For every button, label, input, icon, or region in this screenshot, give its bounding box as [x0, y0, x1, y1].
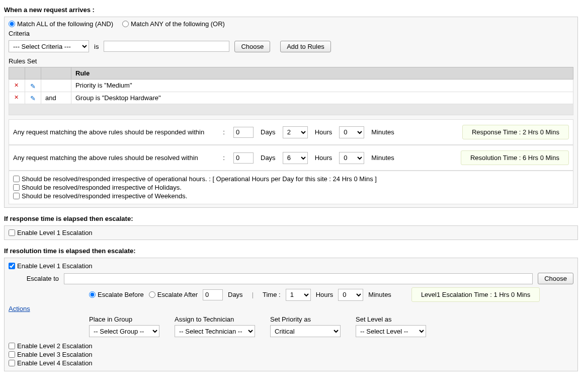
operational-hours-box: Should be resolved/responded irrespectiv…	[9, 171, 573, 204]
criteria-panel: Match ALL of the following (AND) Match A…	[4, 17, 578, 208]
escalate-to-input[interactable]	[64, 273, 533, 284]
add-to-rules-button[interactable]: Add to Rules	[280, 41, 330, 52]
resolution-level1-checkbox[interactable]	[9, 263, 15, 269]
resolution-minutes-select[interactable]: 0	[339, 152, 364, 164]
match-all-radio[interactable]	[9, 21, 15, 27]
minutes-label: Minutes	[368, 291, 391, 298]
edit-icon[interactable]	[30, 95, 37, 102]
resolution-time-row: Any request matching the above rules sho…	[9, 145, 573, 171]
escalate-after-radio[interactable]	[149, 291, 155, 298]
place-group-label: Place in Group	[89, 316, 159, 323]
resolution-label: Any request matching the above rules sho…	[13, 154, 214, 162]
resolution-time-badge: Resolution Time : 6 Hrs 0 Mins	[461, 150, 569, 165]
match-any-label[interactable]: Match ANY of the following (OR)	[122, 20, 225, 28]
actions-link[interactable]: Actions	[9, 305, 30, 312]
assign-tech-label: Assign to Technician	[175, 316, 255, 323]
resolution-level3-checkbox[interactable]	[9, 351, 15, 358]
section-title-new-request: When a new request arrives :	[4, 6, 578, 14]
resolution-level4-label[interactable]: Enable Level 4 Escalation	[9, 359, 573, 367]
resolution-level2-label[interactable]: Enable Level 2 Escalation	[9, 342, 573, 350]
rules-set-label: Rules Set	[9, 57, 573, 65]
match-any-text: Match ANY of the following (OR)	[131, 20, 225, 28]
resolution-level2-checkbox[interactable]	[9, 343, 15, 349]
ops-main-label[interactable]: Should be resolved/responded irrespectiv…	[13, 175, 569, 183]
resolution-days-input[interactable]	[233, 152, 254, 164]
criteria-label: Criteria	[9, 30, 573, 37]
criteria-select[interactable]: --- Select Criteria ---	[9, 40, 89, 52]
response-hours-select[interactable]: 2	[283, 126, 308, 138]
match-any-radio[interactable]	[122, 21, 129, 27]
table-row: Priority is "Medium"	[9, 80, 573, 92]
ops-weekends-label[interactable]: Should be resolved/responded irrespectiv…	[13, 192, 569, 200]
section-title-resolution-escalate: If resolution time is elapsed then escal…	[4, 247, 578, 255]
match-all-label[interactable]: Match ALL of the following (AND)	[9, 20, 113, 28]
response-time-row: Any request matching the above rules sho…	[9, 119, 573, 145]
match-all-text: Match ALL of the following (AND)	[17, 20, 113, 28]
response-level1-label[interactable]: Enable Level 1 Escalation	[9, 229, 573, 237]
table-row: and Group is "Desktop Hardware"	[9, 92, 573, 104]
ops-holidays-label[interactable]: Should be resolved/responded irrespectiv…	[13, 184, 569, 191]
set-priority-label: Set Priority as	[270, 316, 341, 323]
set-level-label: Set Level as	[356, 316, 426, 323]
hours-label: Hours	[316, 291, 334, 298]
hours-label: Hours	[315, 154, 332, 162]
time-label: Time :	[263, 291, 281, 298]
rules-col-rule: Rule	[71, 67, 573, 80]
response-level1-checkbox[interactable]	[9, 229, 15, 236]
section-title-response-escalate: If response time is elapsed then escalat…	[4, 215, 578, 222]
escalate-after-label[interactable]: Escalate After	[149, 291, 198, 298]
days-label: Days	[261, 128, 276, 136]
assign-tech-select[interactable]: -- Select Technician --	[175, 325, 255, 337]
hours-label: Hours	[315, 128, 332, 136]
minutes-label: Minutes	[371, 128, 394, 136]
resolution-hours-select[interactable]: 6	[283, 152, 308, 164]
escalate-choose-button[interactable]: Choose	[538, 273, 573, 284]
resolution-escalation-panel: Enable Level 1 Escalation Escalate to Ch…	[4, 258, 578, 371]
rule-text: Priority is "Medium"	[71, 80, 573, 92]
place-group-select[interactable]: -- Select Group --	[89, 325, 159, 337]
rules-table: Rule Priority is "Medium" and Group is "…	[9, 67, 573, 115]
escalate-before-label[interactable]: Escalate Before	[89, 291, 144, 298]
escalate-to-label: Escalate to	[9, 275, 59, 282]
days-label: Days	[228, 291, 243, 298]
rule-text: Group is "Desktop Hardware"	[71, 92, 573, 104]
ops-main-checkbox[interactable]	[13, 176, 20, 182]
escalate-minutes-select[interactable]: 0	[338, 289, 363, 301]
resolution-level3-label[interactable]: Enable Level 3 Escalation	[9, 351, 573, 358]
resolution-level4-checkbox[interactable]	[9, 360, 15, 366]
set-priority-select[interactable]: Critical	[270, 325, 341, 337]
rule-conj	[41, 80, 71, 92]
escalate-days-input[interactable]	[203, 289, 223, 300]
criteria-value-input[interactable]	[104, 41, 229, 52]
ops-holidays-checkbox[interactable]	[13, 184, 20, 191]
edit-icon[interactable]	[30, 83, 37, 90]
choose-button[interactable]: Choose	[234, 41, 270, 52]
set-level-select[interactable]: -- Select Level --	[356, 325, 426, 337]
response-escalation-panel: Enable Level 1 Escalation	[4, 225, 578, 240]
response-days-input[interactable]	[233, 127, 254, 138]
escalate-hours-select[interactable]: 1	[286, 289, 311, 301]
minutes-label: Minutes	[371, 154, 394, 162]
delete-icon[interactable]	[14, 95, 21, 102]
resolution-level1-label[interactable]: Enable Level 1 Escalation	[9, 262, 573, 270]
escalate-before-radio[interactable]	[89, 291, 96, 298]
response-label: Any request matching the above rules sho…	[13, 128, 214, 136]
response-minutes-select[interactable]: 0	[339, 126, 364, 138]
ops-weekends-checkbox[interactable]	[13, 193, 20, 199]
delete-icon[interactable]	[14, 83, 21, 90]
response-time-badge: Response Time : 2 Hrs 0 Mins	[462, 125, 569, 139]
table-row-blank	[9, 104, 573, 115]
rule-conj: and	[41, 92, 71, 104]
days-label: Days	[261, 154, 276, 162]
criteria-is-label: is	[94, 43, 99, 50]
escalation-time-badge: Level1 Escalation Time : 1 Hrs 0 Mins	[411, 287, 540, 302]
